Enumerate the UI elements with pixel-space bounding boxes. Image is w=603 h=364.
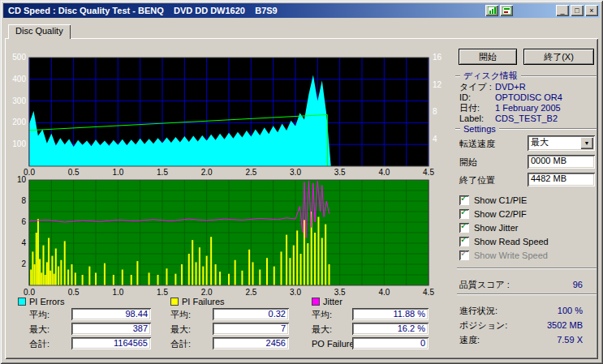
- pi-errors-avg-label: 平均:: [29, 309, 50, 320]
- quality-score-value: 96: [518, 279, 583, 290]
- svg-text:12: 12: [433, 80, 442, 89]
- start-button[interactable]: 開始: [459, 49, 517, 65]
- settings-title: Settings: [460, 124, 499, 134]
- disc-date-label: 日付:: [459, 102, 480, 113]
- start-button-label: 開始: [479, 51, 497, 63]
- chevron-down-icon[interactable]: ▼: [580, 137, 593, 149]
- svg-text:500: 500: [12, 53, 26, 62]
- checkbox-box: ✓: [459, 195, 469, 205]
- end-position-field[interactable]: 4482 MB: [528, 173, 595, 186]
- disc-id-value: OPTODISC OR4: [495, 92, 562, 103]
- pi-errors-avg-value: 98.44: [71, 308, 151, 320]
- checkbox-label: Show Jitter: [474, 223, 518, 233]
- exit-button-label: 終了(X): [544, 51, 574, 63]
- pi-errors-max-value: 387: [71, 323, 151, 335]
- app-window: CD Speed : Disc Quality Test - BENQ DVD …: [0, 0, 603, 364]
- window-controls: _ □ ×: [554, 5, 598, 16]
- svg-text:2.5: 2.5: [245, 288, 256, 297]
- start-position-field[interactable]: 0000 MB: [528, 155, 595, 169]
- checkmark-icon: ✓: [460, 248, 467, 259]
- mini-graph-icon-button-2[interactable]: [500, 5, 513, 16]
- checkbox-box: ✓: [459, 237, 469, 246]
- end-position-label: 終了位置: [459, 174, 495, 186]
- checkbox-show-write-speed: ✓ Show Write Speed: [459, 250, 548, 261]
- pi-failures-total-label: 合計:: [170, 338, 191, 349]
- transfer-speed-select[interactable]: 最大 ▼: [528, 135, 595, 151]
- checkbox-show-jitter[interactable]: ✓ Show Jitter: [459, 222, 518, 233]
- jitter-max-label: 最大:: [312, 323, 332, 335]
- close-icon: ×: [589, 7, 593, 15]
- pi-errors-total-label: 合計:: [29, 338, 50, 349]
- svg-text:100: 100: [12, 139, 26, 148]
- svg-text:10: 10: [17, 175, 27, 184]
- disc-info-header: ディスク情報: [455, 70, 597, 82]
- checkbox-label: Show C2/PIF: [474, 209, 527, 219]
- po-failures-value: 0: [352, 337, 429, 349]
- checkbox-show-read-speed[interactable]: ✓ Show Read Speed: [459, 236, 549, 247]
- mini-graph2-icon: [502, 6, 511, 15]
- checkbox-show-c2-pif[interactable]: ✓ Show C2/PIF: [459, 208, 527, 220]
- transfer-speed-label: 転送速度: [459, 138, 495, 149]
- tab-disc-quality[interactable]: Disc Quality: [8, 24, 71, 39]
- jitter-swatch: [312, 298, 320, 306]
- divider: [457, 268, 597, 269]
- svg-text:4.5: 4.5: [423, 288, 434, 297]
- progress-label: 進行状況:: [459, 305, 497, 316]
- disc-label-value: CDS_TEST_B2: [495, 113, 558, 124]
- transfer-speed-value: 最大: [528, 135, 579, 151]
- svg-text:4.0: 4.0: [378, 288, 390, 297]
- pi-errors-total-value: 1164565: [71, 337, 151, 349]
- checkmark-icon: ✓: [460, 193, 467, 203]
- divider: [457, 293, 597, 295]
- speed-value: 7.59 X: [518, 334, 583, 345]
- checkbox-label: Show Read Speed: [474, 237, 549, 246]
- progress-value: 100 %: [518, 305, 583, 316]
- minimize-button[interactable]: _: [556, 5, 569, 16]
- svg-text:4: 4: [21, 238, 26, 247]
- mini-graph-icon-button-1[interactable]: [485, 5, 498, 16]
- jitter-avg-label: 平均:: [312, 309, 332, 320]
- divider: [499, 128, 597, 130]
- svg-text:200: 200: [12, 118, 26, 126]
- start-position-label: 開始: [459, 156, 477, 168]
- pi-failures-swatch: [170, 298, 179, 306]
- svg-text:1.0: 1.0: [112, 288, 123, 297]
- jitter-avg-value: 11.88 %: [352, 308, 429, 320]
- speed-label: 速度:: [459, 334, 480, 345]
- pi-failures-legend-label: PI Failures: [182, 296, 225, 307]
- svg-text:3.0: 3.0: [290, 288, 301, 297]
- position-label: ポジション:: [459, 319, 507, 331]
- pi-errors-chart: 5004003002001001612840.00.51.01.52.02.53…: [10, 47, 454, 180]
- svg-text:8: 8: [21, 196, 26, 205]
- position-value: 3502 MB: [518, 319, 583, 331]
- disc-date-value: 1 February 2005: [495, 102, 561, 113]
- pi-failures-max-value: 7: [213, 323, 289, 335]
- svg-text:4: 4: [433, 135, 437, 143]
- pi-errors-swatch: [18, 298, 26, 306]
- checkmark-icon: ✓: [460, 221, 467, 231]
- jitter-max-value: 16.2 %: [352, 323, 429, 335]
- minimize-icon: _: [560, 7, 564, 15]
- maximize-button[interactable]: □: [571, 5, 584, 16]
- checkmark-icon: ✓: [460, 207, 467, 217]
- svg-text:300: 300: [12, 96, 26, 105]
- disc-type-label: タイプ :: [459, 81, 492, 92]
- checkbox-box: ✓: [459, 251, 469, 260]
- checkbox-show-c1-pie[interactable]: ✓ Show C1/PIE: [459, 195, 527, 206]
- checkmark-icon: ✓: [460, 234, 467, 245]
- pi-failures-total-value: 2456: [213, 337, 289, 349]
- pi-failures-max-label: 最大:: [170, 323, 191, 335]
- jitter-legend-label: Jitter: [323, 296, 342, 307]
- titlebar: CD Speed : Disc Quality Test - BENQ DVD …: [3, 3, 600, 18]
- svg-text:16: 16: [433, 53, 442, 62]
- settings-header: Settings: [455, 124, 597, 134]
- mini-graph-icon: [488, 6, 497, 15]
- pi-errors-max-label: 最大:: [29, 323, 50, 335]
- quality-score-label: 品質スコア :: [459, 279, 510, 290]
- disc-id-label: ID:: [459, 92, 471, 103]
- exit-button[interactable]: 終了(X): [523, 49, 594, 65]
- close-button[interactable]: ×: [585, 5, 598, 16]
- svg-text:0.5: 0.5: [68, 288, 80, 297]
- pi-failures-jitter-chart: 1086420.00.51.01.52.02.53.03.54.04.5: [10, 173, 454, 300]
- disc-label-label: Label:: [459, 113, 484, 124]
